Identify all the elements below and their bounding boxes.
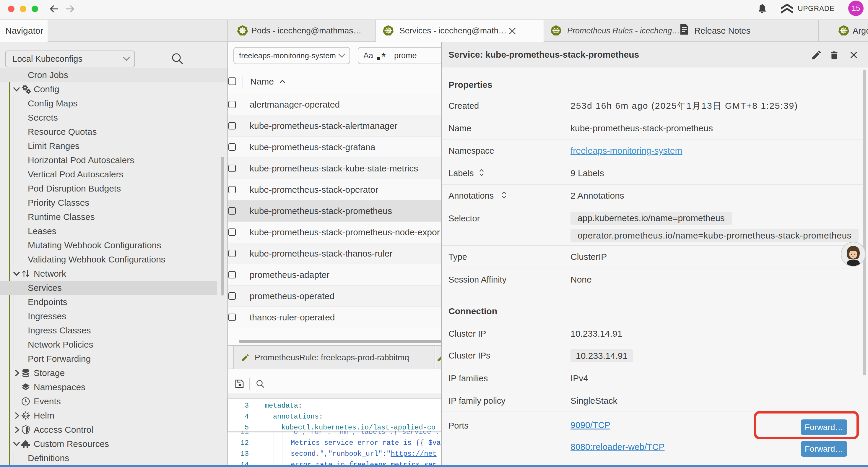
svg-text:HELM: HELM: [23, 415, 29, 417]
